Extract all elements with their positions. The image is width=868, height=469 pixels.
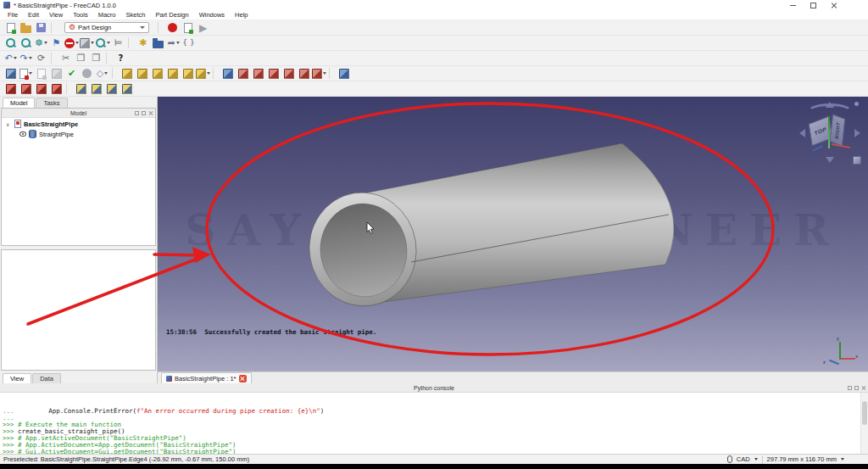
dock-panel-icon[interactable] bbox=[142, 111, 146, 115]
create-body-button[interactable] bbox=[3, 67, 18, 81]
visibility-eye-icon[interactable] bbox=[19, 131, 26, 137]
view-group-button[interactable]: ☸ bbox=[34, 36, 48, 50]
create-datum-button[interactable]: ◇ bbox=[95, 67, 109, 81]
create-sketch-button[interactable] bbox=[19, 67, 33, 81]
shape-binder-button[interactable] bbox=[80, 67, 94, 81]
edit-sketch-button[interactable] bbox=[34, 67, 48, 81]
additive-helix-button[interactable] bbox=[181, 67, 195, 81]
tab-data[interactable]: Data bbox=[32, 373, 61, 383]
workbench-selector[interactable]: ⚙ Part Design bbox=[64, 22, 149, 33]
additive-pipe-button[interactable] bbox=[165, 67, 180, 81]
tree-expander-icon[interactable]: ∨ bbox=[6, 121, 12, 127]
menu-view[interactable]: View bbox=[44, 10, 68, 20]
dock-panel-icon[interactable] bbox=[854, 386, 859, 390]
navigation-cube[interactable]: TOP RIGHT bbox=[798, 101, 861, 165]
subtractive-primitive-button[interactable] bbox=[312, 67, 326, 81]
subtractive-loft-button[interactable] bbox=[266, 67, 281, 81]
nav-arrow-down-icon[interactable] bbox=[826, 157, 834, 163]
pad-button[interactable] bbox=[120, 67, 134, 81]
nav-dot-icon[interactable] bbox=[854, 102, 859, 106]
menu-edit[interactable]: Edit bbox=[23, 10, 44, 20]
scrollbar-thumb[interactable] bbox=[862, 401, 867, 425]
dropdown-arrow-icon[interactable] bbox=[91, 42, 94, 44]
dropdown-arrow-icon[interactable] bbox=[14, 57, 17, 59]
multitransform-button[interactable] bbox=[120, 82, 134, 96]
mirrored-button[interactable] bbox=[74, 82, 88, 96]
close-panel-icon[interactable] bbox=[861, 386, 865, 390]
nav-arrow-left-icon[interactable] bbox=[799, 129, 805, 137]
menu-macro[interactable]: Macro bbox=[93, 10, 121, 20]
undo-button[interactable]: ↶ bbox=[3, 52, 18, 65]
3d-viewport[interactable]: SAYAND ENGINEER bbox=[158, 97, 868, 371]
python-console-header[interactable]: Python console bbox=[0, 383, 868, 393]
console-scrollbar[interactable] bbox=[860, 393, 868, 454]
dropdown-arrow-icon[interactable] bbox=[29, 72, 32, 75]
boolean-operation-button[interactable] bbox=[337, 67, 351, 81]
close-window-button[interactable] bbox=[831, 2, 837, 8]
copy-button[interactable]: ❐ bbox=[74, 52, 88, 65]
close-tab-icon[interactable] bbox=[239, 375, 247, 382]
nav-arrow-right-icon[interactable] bbox=[854, 129, 860, 137]
additive-loft-button[interactable] bbox=[150, 67, 164, 81]
document-tab[interactable]: BasicStraightPipe : 1* bbox=[161, 372, 252, 383]
chamfer-button[interactable] bbox=[19, 82, 33, 96]
nav-arrow-up-icon[interactable] bbox=[826, 102, 834, 108]
dropdown-arrow-icon[interactable] bbox=[29, 57, 32, 59]
tab-view[interactable]: View bbox=[3, 373, 31, 383]
tree-item-straightpipe[interactable]: StraightPipe bbox=[2, 128, 155, 138]
polar-pattern-button[interactable] bbox=[104, 82, 119, 96]
menu-file[interactable]: File bbox=[3, 10, 23, 20]
menu-sketch[interactable]: Sketch bbox=[121, 10, 151, 20]
dropdown-arrow-icon[interactable] bbox=[176, 42, 180, 44]
mini-cube-icon[interactable] bbox=[853, 156, 861, 165]
menu-windows[interactable]: Windows bbox=[194, 10, 230, 20]
dropdown-arrow-icon[interactable] bbox=[323, 72, 326, 75]
validate-sketch-button[interactable]: ✔ bbox=[64, 67, 79, 81]
dropdown-arrow-icon[interactable] bbox=[107, 42, 110, 44]
execute-macro-button[interactable]: ▶ bbox=[196, 21, 210, 35]
pocket-button[interactable] bbox=[220, 67, 235, 81]
dropdown-arrow-icon[interactable] bbox=[75, 42, 79, 44]
fit-all-button[interactable] bbox=[19, 36, 33, 50]
zoom-tools-button[interactable] bbox=[95, 36, 110, 50]
linear-pattern-button[interactable] bbox=[89, 82, 103, 96]
zoom-in-button[interactable] bbox=[3, 36, 18, 50]
open-file-button[interactable] bbox=[19, 21, 33, 35]
groove-button[interactable] bbox=[251, 67, 265, 81]
appearance-button[interactable]: ✱ bbox=[136, 36, 150, 50]
menu-tools[interactable]: Tools bbox=[68, 10, 93, 20]
std-views-button[interactable] bbox=[80, 36, 94, 50]
dropdown-arrow-icon[interactable] bbox=[207, 72, 210, 75]
tree-item-document[interactable]: ∨ BasicStraightPipe bbox=[2, 118, 155, 128]
minimize-button[interactable] bbox=[790, 5, 796, 6]
save-file-button[interactable] bbox=[34, 21, 48, 35]
subtractive-helix-button[interactable] bbox=[297, 67, 311, 81]
additive-primitive-button[interactable] bbox=[196, 67, 210, 81]
paste-button[interactable]: ❒ bbox=[89, 52, 103, 65]
fillet-button[interactable] bbox=[3, 82, 18, 96]
revolution-button[interactable] bbox=[135, 67, 149, 81]
close-panel-icon[interactable] bbox=[148, 111, 153, 115]
menu-help[interactable]: Help bbox=[230, 10, 253, 20]
view-size-indicator[interactable]: 297.79 mm x 116.70 mm bbox=[767, 455, 837, 463]
cut-button[interactable]: ✂ bbox=[58, 52, 73, 65]
map-sketch-button[interactable] bbox=[49, 67, 64, 81]
navcube-right-face[interactable]: RIGHT bbox=[830, 114, 846, 146]
measure-button[interactable]: ⊨ bbox=[111, 36, 125, 50]
maximize-button[interactable] bbox=[810, 3, 816, 8]
chevron-down-icon[interactable] bbox=[841, 458, 844, 461]
export-view-button[interactable]: ➦ bbox=[166, 36, 181, 50]
menu-part-design[interactable]: Part Design bbox=[150, 10, 193, 20]
refresh-button[interactable]: ⟳ bbox=[34, 52, 48, 65]
zoom-region-button[interactable]: ⚑ bbox=[49, 36, 64, 50]
python-console[interactable]: ... App.Console.PrintError(f"An error oc… bbox=[0, 393, 868, 454]
macro-editor-button[interactable]: { } bbox=[181, 36, 196, 50]
draw-style-button[interactable] bbox=[64, 36, 79, 50]
tab-tasks[interactable]: Tasks bbox=[36, 98, 67, 108]
whats-this-button[interactable]: ? bbox=[114, 52, 128, 65]
redo-button[interactable]: ↷ bbox=[19, 52, 33, 65]
macros-dialog-button[interactable] bbox=[181, 21, 195, 35]
dropdown-arrow-icon[interactable] bbox=[44, 42, 47, 44]
hole-button[interactable] bbox=[236, 67, 250, 81]
dropdown-arrow-icon[interactable] bbox=[104, 72, 108, 75]
